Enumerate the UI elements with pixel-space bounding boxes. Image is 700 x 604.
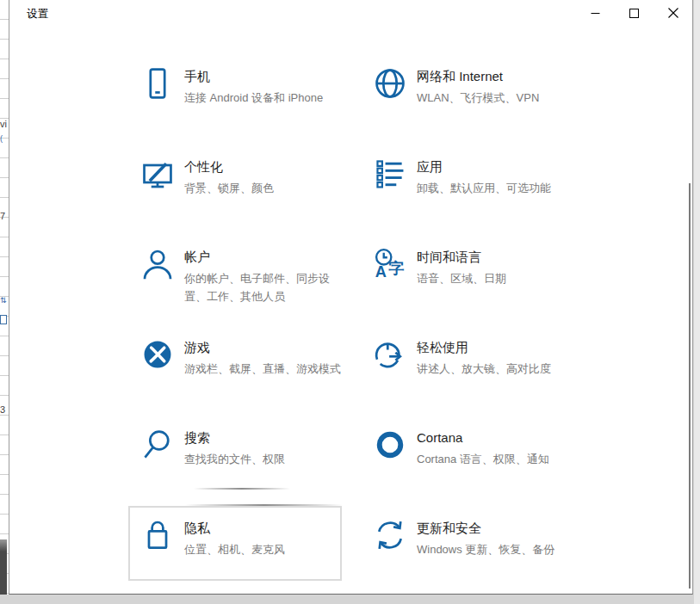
tile-apps[interactable]: 应用 卸载、默认应用、可选功能 [361,145,576,226]
settings-category-grid: 手机 连接 Android 设备和 iPhone 网络和 Internet WL… [128,54,576,588]
vertical-scrollbar-thumb[interactable] [689,183,691,589]
tile-title: 搜索 [184,429,341,447]
tile-update-security[interactable]: 更新和安全 Windows 更新、恢复、备份 [361,506,576,588]
tile-title: 个性化 [184,158,341,176]
background-window-right-sliver [694,0,700,604]
settings-window: 设置 手机 连接 Android 设备和 iPhone [9,0,693,595]
window-title: 设置 [27,7,48,22]
background-dark-strip [0,539,7,595]
background-text-fragment: 3 [0,404,5,415]
tile-personalization[interactable]: 个性化 背景、锁屏、颜色 [128,145,344,226]
minimize-icon [591,9,600,18]
background-sort-arrows-icon: ⇅ [0,296,7,305]
tile-subtitle: WLAN、飞行模式、VPN [417,89,573,107]
tile-title: Cortana [417,429,573,447]
window-controls [576,0,692,26]
globe-icon [373,66,407,101]
tile-search[interactable]: 搜索 查找我的文件、权限 [128,416,344,497]
close-icon [668,8,678,18]
background-text-fragment: ( [0,134,3,143]
tile-gaming[interactable]: 游戏 游戏栏、截屏、直播、游戏模式 [128,325,344,407]
personalization-icon [140,157,175,191]
background-cell-outline [0,315,7,324]
background-window-left-sliver: vi ( 7 ⇅ 3 [0,0,9,595]
tile-title: 时间和语言 [417,249,573,266]
tile-title: 应用 [417,158,573,176]
titlebar[interactable]: 设置 [9,0,692,28]
tile-subtitle: 查找我的文件、权限 [184,450,341,468]
tile-cortana[interactable]: Cortana Cortana 语言、权限、通知 [361,416,576,497]
tile-accounts[interactable]: 帐户 你的帐户、电子邮件、同步设置、工作、其他人员 [128,235,344,317]
tile-ease-of-access[interactable]: 轻松使用 讲述人、放大镜、高对比度 [361,325,576,407]
tile-subtitle: 游戏栏、截屏、直播、游戏模式 [184,360,341,378]
cortana-ring-icon [373,428,407,462]
tile-subtitle: 你的帐户、电子邮件、同步设置、工作、其他人员 [184,269,341,305]
tile-subtitle: 背景、锁屏、颜色 [184,179,341,197]
tile-subtitle: 卸载、默认应用、可选功能 [417,179,573,197]
xbox-icon [140,337,175,372]
phone-icon [140,66,175,101]
tile-title: 轻松使用 [417,339,573,356]
tile-subtitle: 讲述人、放大镜、高对比度 [417,360,573,378]
tile-subtitle: Windows 更新、恢复、备份 [417,540,573,558]
background-text-fragment: 7 [0,211,5,221]
tile-subtitle: 语音、区域、日期 [417,269,573,287]
tile-subtitle: 连接 Android 设备和 iPhone [184,89,341,107]
tile-network-internet[interactable]: 网络和 Internet WLAN、飞行模式、VPN [361,54,576,136]
svg-text:A: A [375,263,387,280]
tile-phone[interactable]: 手机 连接 Android 设备和 iPhone [128,54,344,136]
tile-privacy[interactable]: 隐私 位置、相机、麦克风 [128,506,344,588]
tile-title: 游戏 [184,339,341,356]
maximize-icon [629,9,639,18]
svg-text:字: 字 [388,260,404,277]
apps-list-icon [373,157,407,191]
search-icon [140,428,175,462]
tile-title: 隐私 [184,520,341,537]
tile-title: 更新和安全 [417,520,573,537]
lock-icon [140,518,175,552]
tile-title: 网络和 Internet [417,68,573,85]
tile-subtitle: 位置、相机、麦克风 [184,540,341,558]
close-button[interactable] [654,0,692,26]
minimize-button[interactable] [576,0,615,26]
tile-subtitle: Cortana 语言、权限、通知 [417,450,573,468]
person-icon [140,247,175,281]
tile-title: 帐户 [184,249,341,266]
maximize-button[interactable] [615,0,654,26]
tile-time-language[interactable]: A 字 时间和语言 语音、区域、日期 [361,235,576,317]
background-text-fragment: vi [0,119,7,129]
sync-icon [373,518,407,552]
ease-of-access-icon [373,337,407,372]
tile-title: 手机 [184,68,341,85]
clock-language-icon: A 字 [373,247,407,281]
